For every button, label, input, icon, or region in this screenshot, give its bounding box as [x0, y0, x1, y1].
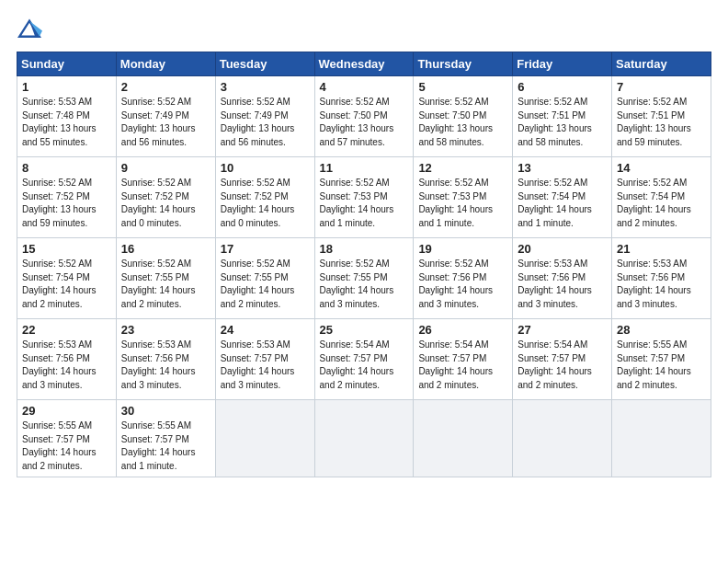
cell-info: Sunrise: 5:52 AM Sunset: 7:51 PM Dayligh… — [518, 96, 607, 149]
cell-info: Sunrise: 5:55 AM Sunset: 7:57 PM Dayligh… — [121, 419, 210, 473]
weekday-header-saturday: Saturday — [612, 52, 711, 76]
calendar-cell: 30Sunrise: 5:55 AM Sunset: 7:57 PM Dayli… — [116, 400, 215, 477]
cell-info: Sunrise: 5:54 AM Sunset: 7:57 PM Dayligh… — [418, 339, 507, 392]
day-number: 4 — [320, 80, 409, 94]
weekday-header-tuesday: Tuesday — [215, 52, 314, 76]
day-number: 3 — [221, 80, 310, 94]
cell-info: Sunrise: 5:52 AM Sunset: 7:53 PM Dayligh… — [418, 177, 507, 230]
calendar-cell: 3Sunrise: 5:52 AM Sunset: 7:49 PM Daylig… — [215, 76, 314, 157]
day-number: 16 — [121, 242, 210, 256]
page: SundayMondayTuesdayWednesdayThursdayFrid… — [0, 0, 728, 563]
cell-info: Sunrise: 5:52 AM Sunset: 7:54 PM Dayligh… — [518, 177, 607, 230]
calendar-cell: 20Sunrise: 5:53 AM Sunset: 7:56 PM Dayli… — [513, 238, 612, 319]
calendar-cell: 7Sunrise: 5:52 AM Sunset: 7:51 PM Daylig… — [612, 76, 711, 157]
calendar-cell: 6Sunrise: 5:52 AM Sunset: 7:51 PM Daylig… — [513, 76, 612, 157]
cell-info: Sunrise: 5:53 AM Sunset: 7:56 PM Dayligh… — [617, 258, 706, 311]
day-number: 11 — [320, 161, 409, 175]
cell-info: Sunrise: 5:52 AM Sunset: 7:53 PM Dayligh… — [320, 177, 409, 230]
day-number: 13 — [518, 161, 607, 175]
week-row-3: 15Sunrise: 5:52 AM Sunset: 7:54 PM Dayli… — [17, 238, 711, 319]
calendar-cell: 18Sunrise: 5:52 AM Sunset: 7:55 PM Dayli… — [314, 238, 414, 319]
calendar-cell — [314, 400, 414, 477]
day-number: 5 — [418, 80, 507, 94]
day-number: 17 — [221, 242, 310, 256]
day-number: 28 — [617, 323, 706, 337]
calendar-cell: 21Sunrise: 5:53 AM Sunset: 7:56 PM Dayli… — [612, 238, 711, 319]
week-row-5: 29Sunrise: 5:55 AM Sunset: 7:57 PM Dayli… — [17, 400, 711, 477]
cell-info: Sunrise: 5:53 AM Sunset: 7:56 PM Dayligh… — [518, 258, 607, 311]
calendar-cell: 15Sunrise: 5:52 AM Sunset: 7:54 PM Dayli… — [17, 238, 117, 319]
day-number: 30 — [121, 404, 210, 418]
calendar-cell: 10Sunrise: 5:52 AM Sunset: 7:52 PM Dayli… — [215, 157, 314, 238]
week-row-2: 8Sunrise: 5:52 AM Sunset: 7:52 PM Daylig… — [17, 157, 711, 238]
day-number: 20 — [518, 242, 607, 256]
cell-info: Sunrise: 5:53 AM Sunset: 7:48 PM Dayligh… — [22, 96, 111, 149]
calendar-cell: 13Sunrise: 5:52 AM Sunset: 7:54 PM Dayli… — [513, 157, 612, 238]
calendar-cell: 17Sunrise: 5:52 AM Sunset: 7:55 PM Dayli… — [215, 238, 314, 319]
day-number: 21 — [617, 242, 706, 256]
calendar-table: SundayMondayTuesdayWednesdayThursdayFrid… — [17, 52, 711, 477]
calendar-cell — [513, 400, 612, 477]
weekday-header-row: SundayMondayTuesdayWednesdayThursdayFrid… — [17, 52, 711, 76]
calendar-cell: 29Sunrise: 5:55 AM Sunset: 7:57 PM Dayli… — [17, 400, 117, 477]
header — [17, 17, 711, 42]
cell-info: Sunrise: 5:52 AM Sunset: 7:51 PM Dayligh… — [617, 96, 706, 149]
weekday-header-sunday: Sunday — [17, 52, 117, 76]
cell-info: Sunrise: 5:52 AM Sunset: 7:56 PM Dayligh… — [418, 258, 507, 311]
cell-info: Sunrise: 5:53 AM Sunset: 7:56 PM Dayligh… — [22, 339, 111, 392]
calendar-cell — [414, 400, 513, 477]
calendar-cell: 22Sunrise: 5:53 AM Sunset: 7:56 PM Dayli… — [17, 319, 117, 400]
calendar-cell: 11Sunrise: 5:52 AM Sunset: 7:53 PM Dayli… — [314, 157, 414, 238]
day-number: 29 — [22, 404, 111, 418]
cell-info: Sunrise: 5:52 AM Sunset: 7:52 PM Dayligh… — [221, 177, 310, 230]
day-number: 25 — [320, 323, 409, 337]
day-number: 24 — [221, 323, 310, 337]
calendar-cell: 9Sunrise: 5:52 AM Sunset: 7:52 PM Daylig… — [116, 157, 215, 238]
calendar-cell: 1Sunrise: 5:53 AM Sunset: 7:48 PM Daylig… — [17, 76, 117, 157]
calendar-cell: 5Sunrise: 5:52 AM Sunset: 7:50 PM Daylig… — [414, 76, 513, 157]
day-number: 6 — [518, 80, 607, 94]
day-number: 19 — [418, 242, 507, 256]
cell-info: Sunrise: 5:52 AM Sunset: 7:55 PM Dayligh… — [221, 258, 310, 311]
weekday-header-friday: Friday — [513, 52, 612, 76]
day-number: 7 — [617, 80, 706, 94]
day-number: 27 — [518, 323, 607, 337]
day-number: 18 — [320, 242, 409, 256]
cell-info: Sunrise: 5:52 AM Sunset: 7:50 PM Dayligh… — [418, 96, 507, 149]
day-number: 8 — [22, 161, 111, 175]
calendar-cell: 27Sunrise: 5:54 AM Sunset: 7:57 PM Dayli… — [513, 319, 612, 400]
cell-info: Sunrise: 5:54 AM Sunset: 7:57 PM Dayligh… — [320, 339, 409, 392]
week-row-1: 1Sunrise: 5:53 AM Sunset: 7:48 PM Daylig… — [17, 76, 711, 157]
logo-icon — [17, 17, 42, 42]
cell-info: Sunrise: 5:52 AM Sunset: 7:55 PM Dayligh… — [320, 258, 409, 311]
calendar-cell — [612, 400, 711, 477]
day-number: 15 — [22, 242, 111, 256]
day-number: 10 — [221, 161, 310, 175]
calendar-cell: 16Sunrise: 5:52 AM Sunset: 7:55 PM Dayli… — [116, 238, 215, 319]
cell-info: Sunrise: 5:52 AM Sunset: 7:54 PM Dayligh… — [22, 258, 111, 311]
cell-info: Sunrise: 5:53 AM Sunset: 7:56 PM Dayligh… — [121, 339, 210, 392]
cell-info: Sunrise: 5:52 AM Sunset: 7:55 PM Dayligh… — [121, 258, 210, 311]
calendar-cell: 12Sunrise: 5:52 AM Sunset: 7:53 PM Dayli… — [414, 157, 513, 238]
calendar-cell: 23Sunrise: 5:53 AM Sunset: 7:56 PM Dayli… — [116, 319, 215, 400]
calendar-cell: 26Sunrise: 5:54 AM Sunset: 7:57 PM Dayli… — [414, 319, 513, 400]
cell-info: Sunrise: 5:55 AM Sunset: 7:57 PM Dayligh… — [617, 339, 706, 392]
calendar-cell — [215, 400, 314, 477]
cell-info: Sunrise: 5:52 AM Sunset: 7:52 PM Dayligh… — [121, 177, 210, 230]
day-number: 2 — [121, 80, 210, 94]
cell-info: Sunrise: 5:54 AM Sunset: 7:57 PM Dayligh… — [518, 339, 607, 392]
cell-info: Sunrise: 5:53 AM Sunset: 7:57 PM Dayligh… — [221, 339, 310, 392]
calendar-cell: 28Sunrise: 5:55 AM Sunset: 7:57 PM Dayli… — [612, 319, 711, 400]
calendar-cell: 4Sunrise: 5:52 AM Sunset: 7:50 PM Daylig… — [314, 76, 414, 157]
day-number: 14 — [617, 161, 706, 175]
calendar-cell: 25Sunrise: 5:54 AM Sunset: 7:57 PM Dayli… — [314, 319, 414, 400]
calendar-cell: 2Sunrise: 5:52 AM Sunset: 7:49 PM Daylig… — [116, 76, 215, 157]
calendar-cell: 24Sunrise: 5:53 AM Sunset: 7:57 PM Dayli… — [215, 319, 314, 400]
weekday-header-thursday: Thursday — [414, 52, 513, 76]
day-number: 23 — [121, 323, 210, 337]
cell-info: Sunrise: 5:52 AM Sunset: 7:50 PM Dayligh… — [320, 96, 409, 149]
day-number: 9 — [121, 161, 210, 175]
day-number: 12 — [418, 161, 507, 175]
day-number: 26 — [418, 323, 507, 337]
cell-info: Sunrise: 5:55 AM Sunset: 7:57 PM Dayligh… — [22, 419, 111, 473]
